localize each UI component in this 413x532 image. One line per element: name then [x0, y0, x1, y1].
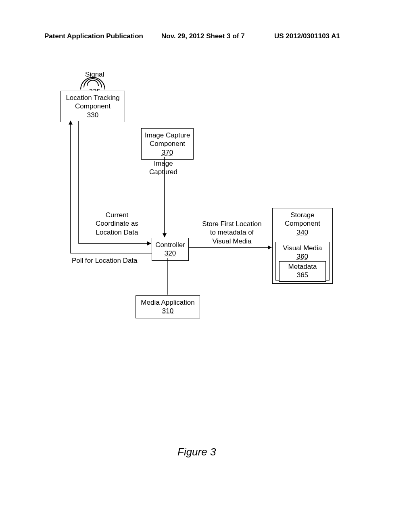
image-captured-label: Image Captured: [139, 159, 188, 177]
location-tracking-box: Location Tracking Component 330: [60, 91, 125, 122]
visual-media-label: Visual Media: [283, 244, 322, 252]
header-left: Patent Application Publication: [44, 32, 143, 40]
figure-caption: Figure 3: [177, 446, 216, 458]
media-application-ref: 310: [162, 307, 173, 315]
metadata-label: Metadata: [288, 263, 317, 270]
metadata-ref: 365: [297, 271, 308, 279]
storage-component-ref: 340: [297, 229, 308, 236]
controller-ref: 320: [165, 249, 176, 257]
header-center: Nov. 29, 2012 Sheet 3 of 7: [161, 32, 245, 40]
store-first-location-label: Store First Location to metadata of Visu…: [196, 220, 268, 245]
current-coordinate-label: Current Coordinate as Location Data: [87, 211, 147, 237]
header-right: US 2012/0301103 A1: [274, 32, 340, 40]
location-tracking-ref: 330: [87, 111, 98, 119]
image-capture-box: Image Capture Component 370: [141, 128, 194, 160]
signal-text: Signal: [85, 71, 104, 78]
metadata-box: Metadata 365: [279, 261, 326, 282]
controller-box: Controller 320: [152, 238, 189, 261]
image-capture-label: Image Capture Component: [145, 131, 190, 148]
poll-location-label: Poll for Location Data: [72, 256, 152, 265]
media-application-label: Media Application: [141, 299, 194, 306]
visual-media-ref: 360: [297, 253, 308, 260]
storage-component-label: Storage Component: [285, 211, 320, 227]
image-capture-ref: 370: [162, 149, 173, 156]
media-application-box: Media Application 310: [136, 295, 200, 318]
location-tracking-label: Location Tracking Component: [66, 94, 119, 110]
controller-label: Controller: [155, 241, 185, 249]
